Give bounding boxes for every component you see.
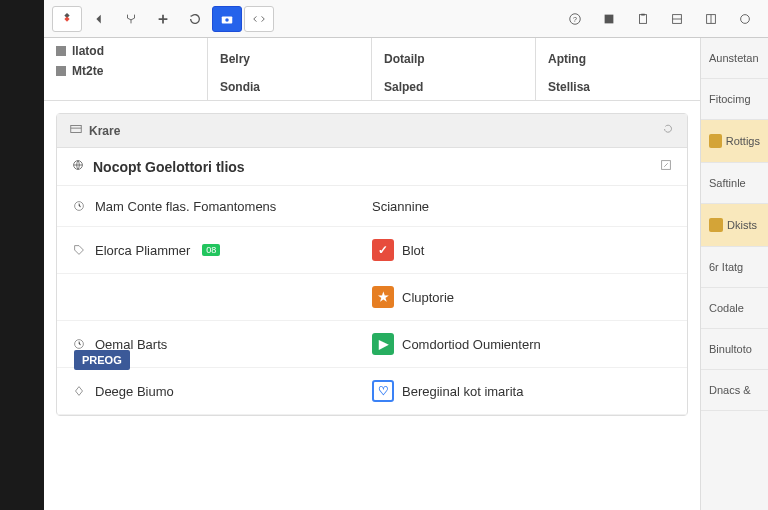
- app-icon[interactable]: [52, 6, 82, 32]
- tab-item[interactable]: Salped: [384, 80, 523, 94]
- tab-label: Dotailp: [384, 52, 425, 66]
- status-icon-green: ▶: [372, 333, 394, 355]
- row-value: Blot: [402, 243, 424, 258]
- toolbar: ?: [44, 0, 768, 38]
- sidebar-label: Saftinle: [709, 177, 746, 189]
- svg-rect-5: [640, 14, 647, 23]
- refresh-icon[interactable]: [661, 122, 675, 139]
- square-icon: [56, 66, 66, 76]
- folder-icon: [709, 134, 722, 148]
- list-row[interactable]: Oemal Barts ▶Comdortiod Oumientern: [57, 321, 687, 368]
- expand-icon[interactable]: [659, 158, 673, 175]
- svg-text:?: ?: [573, 15, 577, 22]
- view2-icon[interactable]: [696, 6, 726, 32]
- sidebar-item[interactable]: Rottigs: [701, 120, 768, 163]
- tag-icon: [71, 242, 87, 258]
- folder-icon: [709, 218, 723, 232]
- tab-item[interactable]: Stellisa: [548, 80, 688, 94]
- clock-icon: [71, 198, 87, 214]
- row-value: Comdortiod Oumientern: [402, 337, 541, 352]
- tab-label: Mt2te: [72, 64, 103, 78]
- badge: 08: [202, 244, 220, 256]
- tab-label: Sondia: [220, 80, 260, 94]
- row-value: Sciannine: [372, 199, 429, 214]
- tab-item[interactable]: llatod: [56, 44, 195, 58]
- tabs-row: llatod Mt2te Belry Sondia Dotailp Salped…: [44, 38, 700, 101]
- right-sidebar: Aunstetan Fitocimg Rottigs Saftinle Dkis…: [700, 38, 768, 510]
- fork-icon[interactable]: [116, 6, 146, 32]
- list-row[interactable]: Mam Conte flas. Fomantomens Sciannine: [57, 186, 687, 227]
- add-icon[interactable]: [148, 6, 178, 32]
- list-row[interactable]: Elorca Pliammer 08 ✓Blot: [57, 227, 687, 274]
- section-header[interactable]: Nocopt Goelottori tlios: [57, 148, 687, 186]
- row-label: Elorca Pliammer: [95, 243, 190, 258]
- tab-item[interactable]: Sondia: [220, 80, 359, 94]
- main-card: Krare Nocopt Goelottori tlios Mam Conte …: [56, 113, 688, 416]
- sidebar-label: Dkists: [727, 219, 757, 231]
- tab-label: Belry: [220, 52, 250, 66]
- svg-point-1: [225, 18, 229, 22]
- camera-icon[interactable]: [212, 6, 242, 32]
- row-label: Mam Conte flas. Fomantomens: [95, 199, 276, 214]
- sidebar-item[interactable]: Codale: [701, 288, 768, 329]
- sidebar-item[interactable]: Dkists: [701, 204, 768, 247]
- row-value: Beregiinal kot imarita: [402, 384, 523, 399]
- status-icon-orange: ★: [372, 286, 394, 308]
- sidebar-item[interactable]: 6r Itatg: [701, 247, 768, 288]
- tab-item[interactable]: Apting: [548, 44, 688, 74]
- section-title: Nocopt Goelottori tlios: [93, 159, 245, 175]
- sidebar-item[interactable]: Aunstetan: [701, 38, 768, 79]
- panel-icon[interactable]: [594, 6, 624, 32]
- svg-rect-4: [605, 14, 614, 23]
- tab-label: Stellisa: [548, 80, 590, 94]
- list-row[interactable]: Deege Biumo ♡Beregiinal kot imarita: [57, 368, 687, 415]
- floating-tag[interactable]: PREOG: [74, 350, 130, 370]
- diamond-icon: [71, 383, 87, 399]
- card-icon: [69, 122, 83, 139]
- back-icon[interactable]: [84, 6, 114, 32]
- row-label: Deege Biumo: [95, 384, 174, 399]
- sidebar-label: Codale: [709, 302, 744, 314]
- help-icon[interactable]: ?: [560, 6, 590, 32]
- clipboard-icon[interactable]: [628, 6, 658, 32]
- sidebar-item[interactable]: Dnacs &: [701, 370, 768, 411]
- refresh-icon[interactable]: [180, 6, 210, 32]
- card-header: Krare: [57, 114, 687, 148]
- tab-label: llatod: [72, 44, 104, 58]
- card-title: Krare: [89, 124, 120, 138]
- status-icon-blue: ♡: [372, 380, 394, 402]
- list-row[interactable]: ★Cluptorie: [57, 274, 687, 321]
- tab-item[interactable]: Dotailp: [384, 44, 523, 74]
- sidebar-label: 6r Itatg: [709, 261, 743, 273]
- tab-item[interactable]: Belry: [220, 44, 359, 74]
- svg-rect-12: [71, 126, 82, 133]
- sidebar-item[interactable]: Binultoto: [701, 329, 768, 370]
- sidebar-item[interactable]: Fitocimg: [701, 79, 768, 120]
- row-value: Cluptorie: [402, 290, 454, 305]
- globe-icon: [71, 158, 85, 175]
- sidebar-label: Dnacs &: [709, 384, 751, 396]
- square-icon: [56, 46, 66, 56]
- circle-icon[interactable]: [730, 6, 760, 32]
- main-content: llatod Mt2te Belry Sondia Dotailp Salped…: [44, 38, 700, 510]
- sidebar-label: Rottigs: [726, 135, 760, 147]
- tab-label: Salped: [384, 80, 423, 94]
- sidebar-item[interactable]: Saftinle: [701, 163, 768, 204]
- tab-item[interactable]: Mt2te: [56, 64, 195, 78]
- svg-point-11: [741, 14, 750, 23]
- status-icon-red: ✓: [372, 239, 394, 261]
- sidebar-label: Binultoto: [709, 343, 752, 355]
- code-icon[interactable]: [244, 6, 274, 32]
- svg-rect-6: [641, 13, 645, 15]
- left-dark-strip: [0, 0, 44, 510]
- view1-icon[interactable]: [662, 6, 692, 32]
- sidebar-label: Aunstetan: [709, 52, 759, 64]
- tab-label: Apting: [548, 52, 586, 66]
- sidebar-label: Fitocimg: [709, 93, 751, 105]
